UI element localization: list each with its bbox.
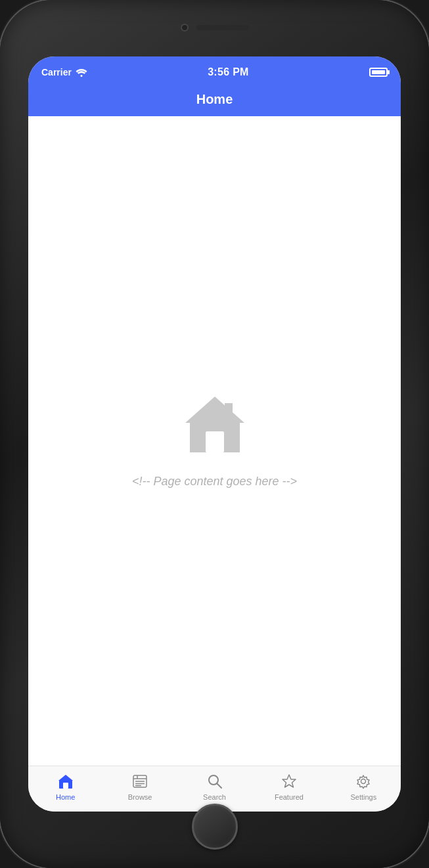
tab-home[interactable]: Home [28, 771, 102, 804]
home-tab-label: Home [56, 794, 75, 801]
svg-rect-7 [63, 783, 68, 789]
home-tab-icon [58, 774, 74, 791]
svg-marker-16 [282, 775, 296, 787]
search-tab-icon [207, 774, 223, 791]
speaker [196, 25, 249, 30]
status-time: 3:56 PM [208, 66, 249, 78]
svg-point-0 [80, 75, 82, 77]
status-right [369, 68, 388, 77]
main-content: <!-- Page content goes here --> [28, 116, 401, 766]
status-bar: Carrier 3:56 PM [28, 56, 401, 85]
tab-browse[interactable]: Browse [102, 771, 177, 804]
home-illustration-icon [182, 393, 248, 455]
phone-frame: Carrier 3:56 PM Home [0, 0, 429, 868]
svg-rect-2 [225, 403, 233, 418]
browse-tab-icon [132, 774, 148, 791]
page-title: Home [196, 92, 233, 106]
wifi-icon [76, 68, 87, 77]
content-placeholder: <!-- Page content goes here --> [132, 475, 297, 488]
settings-tab-label: Settings [350, 794, 376, 801]
browse-tab-label: Browse [128, 794, 152, 801]
tab-search[interactable]: Search [177, 771, 252, 804]
battery-fill [372, 70, 385, 74]
carrier-label: Carrier [41, 67, 72, 77]
svg-marker-1 [185, 397, 244, 423]
search-tab-label: Search [203, 794, 226, 801]
screen: Carrier 3:56 PM Home [28, 56, 401, 812]
status-left: Carrier [41, 67, 87, 77]
svg-line-15 [217, 784, 221, 789]
featured-tab-label: Featured [275, 794, 304, 801]
svg-rect-4 [206, 431, 224, 452]
battery-icon [369, 68, 388, 77]
settings-tab-icon [355, 774, 371, 791]
tab-featured[interactable]: Featured [252, 771, 326, 804]
tab-settings[interactable]: Settings [327, 771, 401, 804]
phone-top-notch [181, 24, 249, 32]
front-camera [181, 24, 189, 32]
featured-tab-icon [281, 774, 297, 791]
navigation-bar: Home [28, 85, 401, 116]
home-button[interactable] [192, 804, 238, 850]
svg-marker-5 [58, 775, 73, 781]
svg-point-17 [361, 779, 366, 784]
